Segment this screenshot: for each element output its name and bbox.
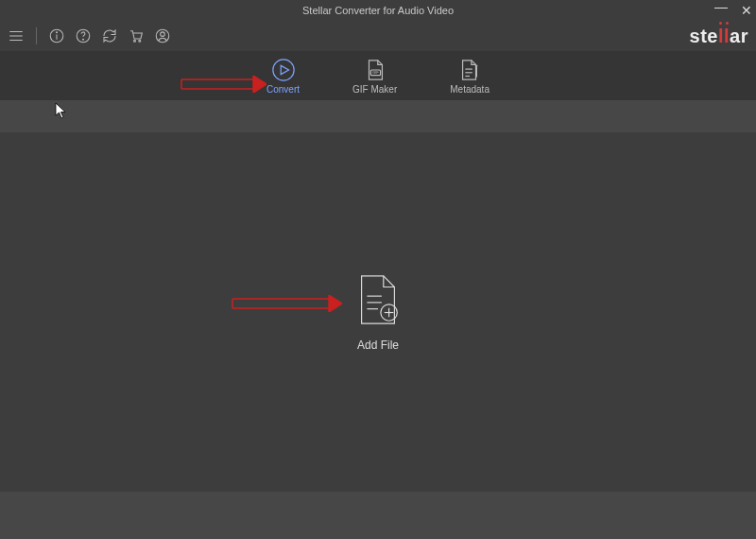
tab-label: Convert [266, 84, 300, 95]
mode-tabs: Convert GIF GIF Maker Metadata [0, 51, 756, 100]
gif-file-icon: GIF [363, 58, 387, 82]
minimize-button[interactable]: — [714, 0, 728, 13]
add-file-label: Add File [357, 339, 399, 352]
close-button[interactable]: ✕ [741, 4, 752, 17]
brand-logo: stellar [690, 26, 748, 47]
toolbar-left [8, 27, 171, 44]
add-file-button[interactable]: Add File [351, 272, 405, 352]
sub-strip [0, 100, 756, 132]
svg-point-11 [161, 32, 165, 37]
tab-convert[interactable]: Convert [266, 58, 300, 95]
window-title: Stellar Converter for Audio Video [302, 5, 454, 16]
toolbar-divider [36, 27, 37, 44]
window-controls: — ✕ [714, 0, 752, 21]
titlebar: Stellar Converter for Audio Video — ✕ [0, 0, 756, 21]
toolbar: stellar [0, 21, 756, 51]
cart-icon[interactable] [128, 27, 145, 44]
play-circle-icon [271, 58, 296, 82]
svg-point-12 [272, 59, 293, 79]
info-icon[interactable] [48, 27, 65, 44]
tab-gifmaker[interactable]: GIF GIF Maker [352, 58, 397, 95]
sync-icon[interactable] [101, 27, 118, 44]
tab-label: GIF Maker [352, 84, 397, 95]
bottom-bar [0, 492, 756, 539]
tab-label: Metadata [450, 84, 490, 95]
metadata-file-icon [457, 58, 482, 82]
add-file-icon [351, 272, 405, 327]
svg-point-9 [139, 40, 141, 42]
menu-icon[interactable] [8, 27, 25, 44]
tab-metadata[interactable]: Metadata [450, 58, 490, 95]
svg-text:GIF: GIF [372, 70, 379, 75]
svg-point-5 [57, 32, 58, 33]
main-area: Add File [0, 132, 756, 492]
user-icon[interactable] [154, 27, 171, 44]
svg-point-7 [83, 39, 84, 40]
app-window: Stellar Converter for Audio Video — ✕ [0, 0, 756, 539]
svg-point-8 [134, 40, 136, 42]
svg-marker-13 [281, 65, 288, 74]
help-icon[interactable] [75, 27, 92, 44]
